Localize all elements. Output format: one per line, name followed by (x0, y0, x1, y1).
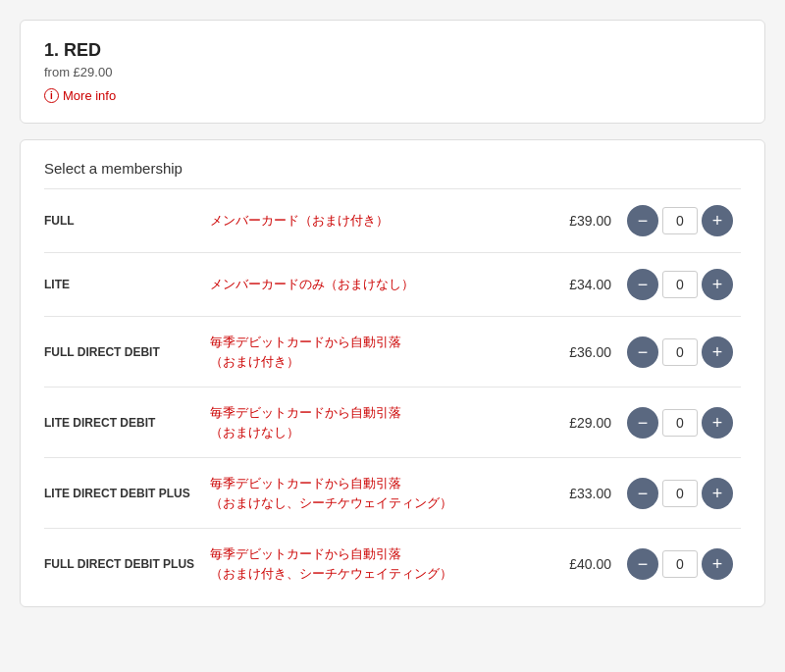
membership-row: LITE DIRECT DEBIT PLUS毎季デビットカードから自動引落（おま… (44, 458, 741, 529)
membership-price: £39.00 (541, 189, 619, 253)
membership-qty-cell: −+ (619, 189, 741, 253)
qty-control: −+ (627, 548, 733, 580)
membership-table: FULLメンバーカード（おまけ付き）£39.00−+LITEメンバーカードのみ（… (44, 188, 741, 598)
membership-qty-cell: −+ (619, 529, 741, 599)
qty-decrease-button[interactable]: − (627, 336, 658, 368)
membership-type-label: LITE DIRECT DEBIT PLUS (44, 458, 202, 529)
qty-increase-button[interactable]: + (702, 407, 733, 439)
qty-input[interactable] (662, 550, 698, 578)
membership-type-label: FULL (44, 189, 202, 253)
membership-price: £34.00 (541, 253, 619, 317)
qty-control: −+ (627, 269, 733, 300)
membership-type-label: LITE DIRECT DEBIT (44, 388, 202, 458)
qty-increase-button[interactable]: + (702, 205, 733, 236)
qty-input[interactable] (662, 338, 698, 366)
qty-control: −+ (627, 407, 733, 439)
qty-input[interactable] (662, 271, 698, 298)
qty-control: −+ (627, 478, 733, 509)
qty-input[interactable] (662, 480, 698, 507)
membership-qty-cell: −+ (619, 317, 741, 388)
membership-description: 毎季デビットカードから自動引落（おまけなし、シーチケウェイティング） (202, 458, 541, 529)
membership-price: £36.00 (541, 317, 619, 388)
membership-description: 毎季デビットカードから自動引落（おまけ付き） (202, 317, 541, 388)
product-title: 1. RED (44, 40, 741, 61)
membership-type-label: FULL DIRECT DEBIT PLUS (44, 529, 202, 599)
qty-increase-button[interactable]: + (702, 336, 733, 368)
membership-row: FULL DIRECT DEBIT PLUS毎季デビットカードから自動引落（おま… (44, 529, 741, 599)
membership-price: £33.00 (541, 458, 619, 529)
membership-card: Select a membership FULLメンバーカード（おまけ付き）£3… (20, 139, 765, 607)
qty-increase-button[interactable]: + (702, 269, 733, 300)
product-price: from £29.00 (44, 65, 741, 79)
membership-row: LITEメンバーカードのみ（おまけなし）£34.00−+ (44, 253, 741, 317)
info-icon: i (44, 88, 59, 103)
membership-row: FULL DIRECT DEBIT毎季デビットカードから自動引落（おまけ付き）£… (44, 317, 741, 388)
membership-description: 毎季デビットカードから自動引落（おまけ付き、シーチケウェイティング） (202, 529, 541, 599)
membership-qty-cell: −+ (619, 458, 741, 529)
membership-qty-cell: −+ (619, 253, 741, 317)
qty-decrease-button[interactable]: − (627, 269, 658, 300)
membership-qty-cell: −+ (619, 388, 741, 458)
membership-description: 毎季デビットカードから自動引落（おまけなし） (202, 388, 541, 458)
qty-input[interactable] (662, 207, 698, 234)
membership-description: メンバーカード（おまけ付き） (202, 189, 541, 253)
qty-decrease-button[interactable]: − (627, 205, 658, 236)
qty-increase-button[interactable]: + (702, 478, 733, 509)
membership-description: メンバーカードのみ（おまけなし） (202, 253, 541, 317)
qty-decrease-button[interactable]: − (627, 478, 658, 509)
qty-control: −+ (627, 205, 733, 236)
more-info-link[interactable]: i More info (44, 88, 116, 103)
membership-row: FULLメンバーカード（おまけ付き）£39.00−+ (44, 189, 741, 253)
membership-price: £40.00 (541, 529, 619, 599)
product-card: 1. RED from £29.00 i More info (20, 20, 765, 124)
membership-price: £29.00 (541, 388, 619, 458)
qty-decrease-button[interactable]: − (627, 548, 658, 580)
qty-decrease-button[interactable]: − (627, 407, 658, 439)
qty-increase-button[interactable]: + (702, 548, 733, 580)
qty-input[interactable] (662, 409, 698, 437)
membership-section-title: Select a membership (44, 160, 741, 177)
membership-type-label: LITE (44, 253, 202, 317)
more-info-label: More info (63, 88, 116, 103)
membership-row: LITE DIRECT DEBIT毎季デビットカードから自動引落（おまけなし）£… (44, 388, 741, 458)
membership-type-label: FULL DIRECT DEBIT (44, 317, 202, 388)
qty-control: −+ (627, 336, 733, 368)
